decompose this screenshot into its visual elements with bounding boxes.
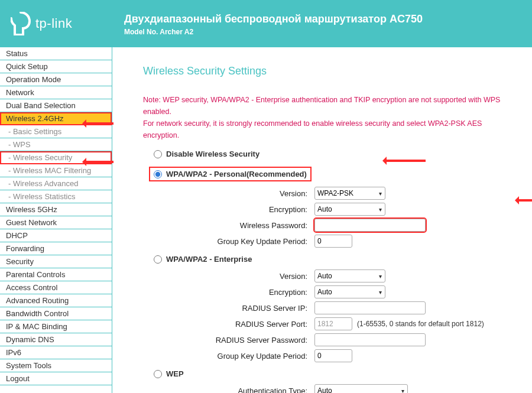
select-ent-version[interactable]: Auto — [314, 269, 385, 282]
brand-text: tp-link — [35, 16, 72, 31]
input-radius-ip[interactable] — [314, 301, 426, 314]
label-wep: WEP — [166, 369, 184, 378]
sidebar-item[interactable]: Bandwidth Control — [0, 307, 112, 320]
sidebar-item[interactable]: Security — [0, 255, 112, 268]
radio-personal[interactable] — [154, 170, 162, 178]
page-title: Wireless Security Settings — [143, 65, 519, 77]
sidebar-item[interactable]: - Basic Settings — [0, 125, 112, 138]
content: Wireless Security Settings Note: WEP sec… — [112, 47, 532, 393]
sidebar-item[interactable]: - WPS — [0, 138, 112, 151]
tplink-logo-icon — [11, 12, 31, 35]
annotation-arrow — [517, 199, 532, 202]
label-personal-encryption: Encryption: — [143, 205, 314, 214]
sidebar-item[interactable]: Dual Band Selection — [0, 99, 112, 112]
label-personal-version: Version: — [143, 189, 314, 198]
input-radius-port[interactable] — [314, 317, 352, 330]
annotation-arrow — [84, 122, 113, 125]
label-radius-pw: RADIUS Server Password: — [143, 336, 314, 345]
sidebar-item[interactable]: System Tools — [0, 359, 112, 372]
select-personal-version[interactable]: WPA2-PSK — [314, 187, 385, 200]
label-enterprise: WPA/WPA2 - Enterprise — [166, 255, 252, 264]
sidebar-item[interactable]: Dynamic DNS — [0, 333, 112, 346]
sidebar-item[interactable]: Advanced Routing — [0, 294, 112, 307]
radio-disable[interactable] — [154, 150, 162, 158]
sidebar-item[interactable]: IPv6 — [0, 346, 112, 359]
option-enterprise[interactable]: WPA/WPA2 - Enterprise — [154, 255, 519, 264]
label-disable: Disable Wireless Security — [166, 150, 259, 158]
hint-radius-port: (1-65535, 0 stands for default port 1812… — [357, 320, 484, 328]
label-personal-password: Wireless Password: — [143, 221, 314, 230]
sidebar-item[interactable]: Wireless 5GHz — [0, 203, 112, 216]
sidebar-item[interactable]: Logout — [0, 372, 112, 385]
sidebar-item[interactable]: Forwarding — [0, 242, 112, 255]
input-personal-password[interactable] — [314, 219, 426, 232]
security-note: Note: WEP security, WPA/WPA2 - Enterpris… — [143, 94, 519, 141]
input-ent-gk[interactable] — [314, 349, 352, 362]
label-ent-encryption: Encryption: — [143, 288, 314, 297]
sidebar-item[interactable]: Guest Network — [0, 216, 112, 229]
option-disable[interactable]: Disable Wireless Security — [154, 150, 519, 158]
sidebar: StatusQuick SetupOperation ModeNetworkDu… — [0, 47, 112, 393]
sidebar-item[interactable]: Network — [0, 86, 112, 99]
label-radius-port: RADIUS Server Port: — [143, 320, 314, 329]
sidebar-item[interactable]: Status — [0, 47, 112, 60]
label-radius-ip: RADIUS Server IP: — [143, 304, 314, 313]
input-personal-gk[interactable] — [314, 235, 352, 248]
router-title: Двухдиапазонный беспроводной маршрутизат… — [124, 13, 423, 25]
sidebar-item[interactable]: - Wireless Statistics — [0, 190, 112, 203]
header: tp-link Двухдиапазонный беспроводной мар… — [0, 0, 532, 47]
label-wep-auth: Authentication Type: — [143, 386, 314, 394]
header-title: Двухдиапазонный беспроводной маршрутизат… — [124, 13, 423, 36]
sidebar-item[interactable]: DHCP — [0, 229, 112, 242]
sidebar-item[interactable]: Access Control — [0, 281, 112, 294]
label-ent-gk: Group Key Update Period: — [143, 352, 314, 360]
select-wep-auth[interactable]: Auto — [314, 384, 408, 393]
option-personal[interactable]: WPA/WPA2 - Personal(Recommended) — [150, 168, 310, 180]
radio-enterprise[interactable] — [154, 255, 162, 264]
sidebar-item[interactable]: Parental Controls — [0, 268, 112, 281]
input-radius-pw[interactable] — [314, 333, 426, 346]
sidebar-item[interactable]: - Wireless MAC Filtering — [0, 164, 112, 177]
router-model: Model No. Archer A2 — [124, 28, 423, 36]
label-personal-gk: Group Key Update Period: — [143, 237, 314, 246]
sidebar-item[interactable]: - Wireless Advanced — [0, 177, 112, 190]
option-wep[interactable]: WEP — [154, 369, 519, 378]
label-ent-version: Version: — [143, 272, 314, 281]
select-personal-encryption[interactable]: Auto — [314, 203, 385, 216]
brand-logo: tp-link — [11, 12, 72, 35]
annotation-arrow — [84, 161, 113, 163]
sidebar-item[interactable]: Operation Mode — [0, 73, 112, 86]
sidebar-item[interactable]: IP & MAC Binding — [0, 320, 112, 333]
label-personal: WPA/WPA2 - Personal(Recommended) — [166, 170, 307, 178]
sidebar-item[interactable]: Quick Setup — [0, 60, 112, 73]
radio-wep[interactable] — [154, 370, 162, 378]
annotation-arrow — [384, 160, 426, 162]
select-ent-encryption[interactable]: Auto — [314, 285, 385, 298]
